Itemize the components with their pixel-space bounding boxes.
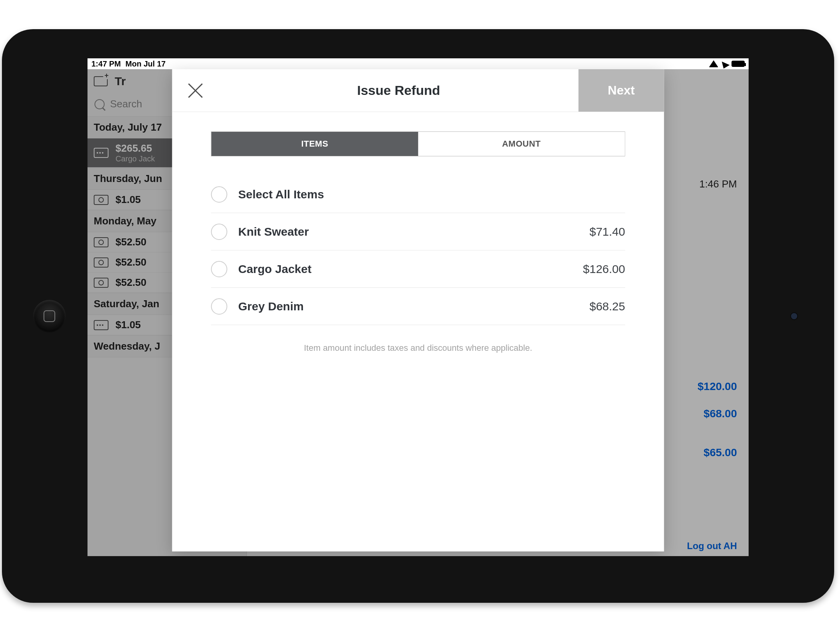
refund-item-row[interactable]: Cargo Jacket $126.00 (211, 250, 625, 288)
next-button[interactable]: Next (579, 69, 664, 112)
row-label: Grey Denim (238, 300, 579, 313)
select-all-row[interactable]: Select All Items (211, 176, 625, 213)
home-button-icon (44, 310, 55, 322)
modal-title: Issue Refund (219, 83, 579, 98)
radio-icon[interactable] (211, 298, 228, 315)
battery-icon (732, 61, 745, 67)
close-button[interactable] (172, 69, 219, 112)
tab-amount[interactable]: AMOUNT (418, 132, 625, 156)
refund-note: Item amount includes taxes and discounts… (211, 343, 625, 353)
row-label: Knit Sweater (238, 225, 579, 238)
wifi-icon (709, 60, 718, 67)
close-icon (187, 82, 204, 99)
status-bar: 1:47 PM Mon Jul 17 (88, 58, 749, 69)
row-price: $126.00 (583, 262, 625, 276)
row-label: Select All Items (238, 188, 625, 201)
refund-item-list: Select All Items Knit Sweater $71.40 Car… (211, 176, 625, 325)
status-time: 1:47 PM (91, 60, 121, 68)
ipad-frame: 1:47 PM Mon Jul 17 Tr Search Today (2, 29, 834, 603)
modal-header: Issue Refund Next (172, 69, 664, 112)
row-price: $68.25 (590, 300, 625, 313)
radio-icon[interactable] (211, 224, 228, 240)
tab-items[interactable]: ITEMS (212, 132, 418, 156)
radio-icon[interactable] (211, 186, 228, 203)
refund-item-row[interactable]: Knit Sweater $71.40 (211, 213, 625, 250)
row-price: $71.40 (590, 225, 625, 238)
modal-body: ITEMS AMOUNT Select All Items Knit Sweat… (172, 112, 664, 353)
row-label: Cargo Jacket (238, 262, 572, 276)
status-date: Mon Jul 17 (126, 60, 166, 68)
location-icon (720, 59, 730, 69)
camera-icon (791, 313, 797, 319)
radio-icon[interactable] (211, 261, 228, 277)
screen: 1:47 PM Mon Jul 17 Tr Search Today (88, 58, 749, 556)
refund-item-row[interactable]: Grey Denim $68.25 (211, 288, 625, 325)
issue-refund-modal: Issue Refund Next ITEMS AMOUNT Select Al… (172, 69, 664, 551)
refund-mode-segmented-control: ITEMS AMOUNT (211, 131, 625, 156)
